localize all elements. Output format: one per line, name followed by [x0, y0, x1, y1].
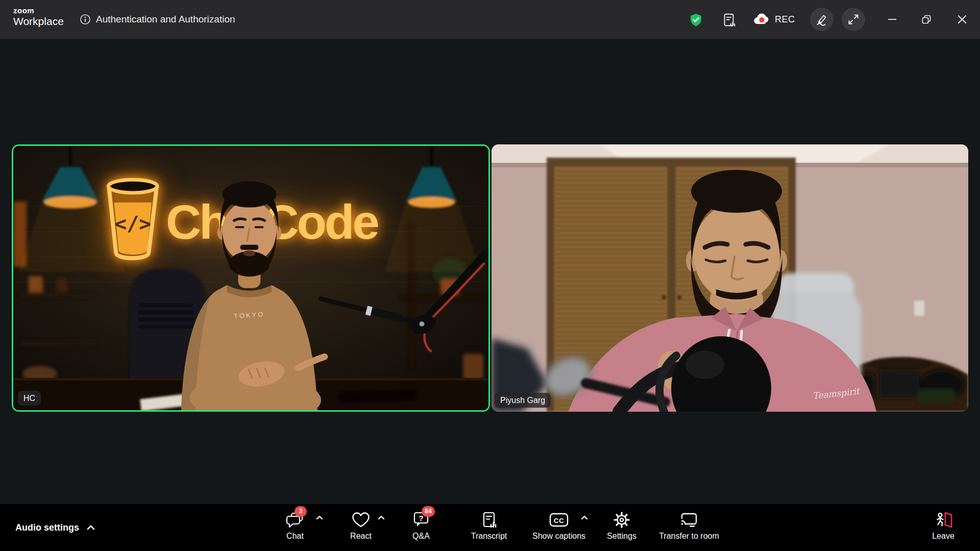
rec-label: REC — [775, 14, 795, 25]
participant-name-tag: Piyush Garg — [495, 393, 551, 408]
audio-settings-label: Audio settings — [15, 522, 79, 533]
security-shield-button[interactable] — [689, 13, 703, 27]
transcript-icon — [480, 511, 498, 529]
expand-icon — [847, 13, 860, 26]
leave-button[interactable]: Leave — [913, 510, 974, 541]
meeting-notes-button[interactable] — [721, 12, 737, 28]
meeting-info[interactable]: Authentication and Authorization — [80, 0, 235, 39]
shield-check-icon — [689, 13, 703, 27]
recording-indicator[interactable]: REC — [753, 0, 795, 39]
gear-icon — [612, 511, 631, 529]
cloud-recording-icon — [753, 13, 770, 26]
fullscreen-button[interactable] — [842, 8, 865, 31]
meeting-control-bar: Audio settings 3 Chat — [0, 504, 980, 551]
participant-name-tag: HC — [18, 391, 41, 406]
audio-settings-button[interactable]: Audio settings — [12, 504, 99, 551]
qa-label: Q&A — [412, 532, 430, 541]
chevron-up-icon — [86, 524, 95, 531]
cc-text: CC — [554, 517, 565, 524]
settings-label: Settings — [607, 532, 636, 541]
zoom-workplace-logo: zoom Workplace — [13, 7, 64, 27]
react-label: React — [350, 532, 372, 541]
transfer-room-icon — [679, 511, 699, 529]
restore-button[interactable] — [921, 14, 932, 25]
cc-icon: CC — [548, 511, 570, 529]
minimize-button[interactable] — [887, 14, 898, 25]
notes-transcript-icon — [721, 12, 737, 28]
info-icon — [80, 14, 91, 25]
brand-zoom: zoom — [13, 7, 64, 14]
transfer-to-room-button[interactable]: Transfer to room — [648, 510, 730, 541]
meeting-title: Authentication and Authorization — [96, 14, 235, 25]
minimize-icon — [887, 14, 898, 25]
heart-icon — [351, 511, 371, 529]
show-captions-label: Show captions — [532, 532, 585, 541]
chat-badge: 3 — [295, 506, 307, 517]
close-icon — [957, 14, 968, 25]
leave-label: Leave — [932, 532, 954, 541]
zoom-meeting-window: zoom Workplace Authentication and Author… — [0, 0, 980, 551]
titlebar: zoom Workplace Authentication and Author… — [0, 0, 980, 39]
transfer-to-room-label: Transfer to room — [659, 532, 719, 541]
hc-video-scene: ChaiCode </> — [13, 146, 488, 410]
restore-icon — [921, 14, 932, 25]
transcript-label: Transcript — [471, 532, 507, 541]
qa-badge: 84 — [422, 506, 435, 517]
video-stage: ChaiCode </> — [0, 39, 980, 504]
close-button[interactable] — [957, 14, 968, 25]
brand-workplace: Workplace — [13, 16, 64, 27]
annotate-button[interactable] — [810, 8, 834, 31]
glass-code-glyph: </> — [114, 212, 151, 235]
video-tile-piyush[interactable]: Teamspirit Piyush Garg — [492, 144, 968, 412]
video-tile-hc[interactable]: ChaiCode </> — [12, 144, 490, 412]
chat-label: Chat — [286, 532, 304, 541]
transcript-button[interactable]: Transcript — [448, 510, 530, 541]
piyush-video-scene: Teamspirit — [492, 144, 968, 412]
leave-door-icon — [934, 511, 953, 529]
pen-icon — [815, 13, 828, 26]
